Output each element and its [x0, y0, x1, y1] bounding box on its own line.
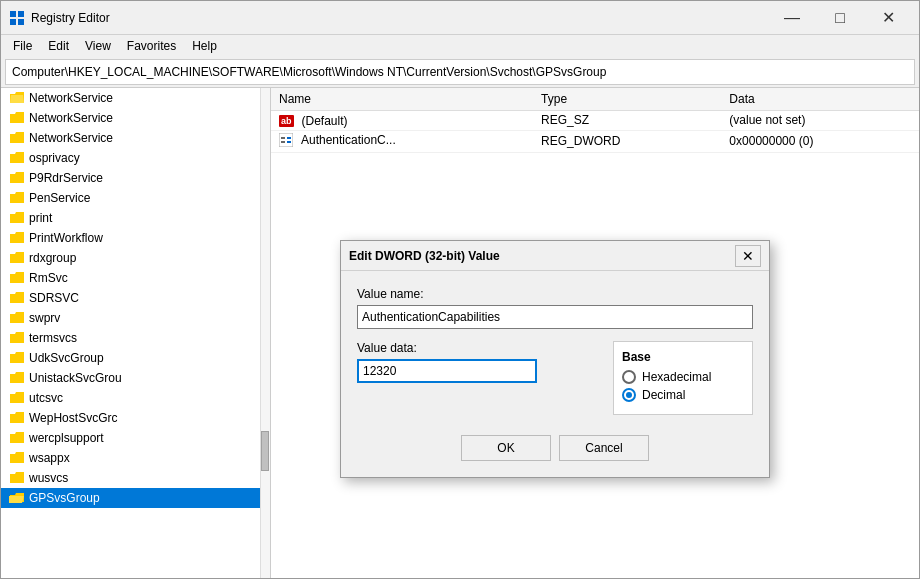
maximize-button[interactable]: □ — [817, 3, 863, 33]
tree-item-rmsvc[interactable]: RmSvc — [1, 268, 270, 288]
tree-item-wercplsupport[interactable]: wercplsupport — [1, 428, 270, 448]
folder-icon — [9, 270, 25, 286]
tree-item-sdrsvc[interactable]: SDRSVC — [1, 288, 270, 308]
tree-scrollbar[interactable] — [260, 88, 270, 578]
tree-item-wusvcs[interactable]: wusvcs — [1, 468, 270, 488]
tree-item-wephostsvcgrc[interactable]: WepHostSvcGrc — [1, 408, 270, 428]
table-row[interactable]: AuthenticationC... REG_DWORD 0x00000000 … — [271, 130, 919, 152]
tree-scroll[interactable]: NetworkService NetworkService NetworkSer… — [1, 88, 270, 578]
tree-item-termsvcs[interactable]: termsvcs — [1, 328, 270, 348]
col-header-type: Type — [533, 88, 721, 110]
svg-rect-8 — [287, 141, 291, 143]
row-data: (value not set) — [721, 110, 919, 130]
folder-icon — [9, 90, 25, 106]
menu-file[interactable]: File — [5, 37, 40, 55]
tree-item-label: PenService — [29, 191, 90, 205]
tree-item-networkservice-2[interactable]: NetworkService — [1, 108, 270, 128]
tree-panel: NetworkService NetworkService NetworkSer… — [1, 88, 271, 578]
tree-item-networkservice-1[interactable]: NetworkService — [1, 88, 270, 108]
folder-icon — [9, 250, 25, 266]
value-name-label: Value name: — [357, 287, 753, 301]
base-label: Base — [622, 350, 744, 364]
value-name: (Default) — [302, 114, 348, 128]
tree-item-label: swprv — [29, 311, 60, 325]
decimal-label: Decimal — [642, 388, 685, 402]
ab-icon: ab — [279, 115, 294, 127]
tree-item-label: print — [29, 211, 52, 225]
value-data-col: Value data: — [357, 341, 597, 383]
dialog-close-button[interactable]: ✕ — [735, 245, 761, 267]
tree-item-wsappx[interactable]: wsappx — [1, 448, 270, 468]
tree-item-penservice[interactable]: PenService — [1, 188, 270, 208]
table-row[interactable]: ab (Default) REG_SZ (value not set) — [271, 110, 919, 130]
tree-item-label: NetworkService — [29, 111, 113, 125]
tree-item-label: P9RdrService — [29, 171, 103, 185]
dialog-data-row: Value data: Base Hexadecimal Decimal — [357, 341, 753, 415]
svg-rect-2 — [10, 19, 16, 25]
folder-icon — [9, 310, 25, 326]
tree-item-label: utcsvc — [29, 391, 63, 405]
tree-item-networkservice-3[interactable]: NetworkService — [1, 128, 270, 148]
hexadecimal-label: Hexadecimal — [642, 370, 711, 384]
tree-item-rdxgroup[interactable]: rdxgroup — [1, 248, 270, 268]
tree-item-unistacksvcgrou[interactable]: UnistackSvcGrou — [1, 368, 270, 388]
minimize-button[interactable]: — — [769, 3, 815, 33]
dialog-buttons: OK Cancel — [357, 431, 753, 461]
tree-item-p9rdrservice[interactable]: P9RdrService — [1, 168, 270, 188]
menu-edit[interactable]: Edit — [40, 37, 77, 55]
dialog-title: Edit DWORD (32-bit) Value — [349, 249, 735, 263]
folder-icon — [9, 430, 25, 446]
tree-item-label: UnistackSvcGrou — [29, 371, 122, 385]
edit-dword-dialog: Edit DWORD (32-bit) Value ✕ Value name: … — [340, 240, 770, 478]
menu-help[interactable]: Help — [184, 37, 225, 55]
tree-item-label: NetworkService — [29, 91, 113, 105]
values-table: Name Type Data ab (Default) REG_SZ — [271, 88, 919, 153]
tree-item-label: osprivacy — [29, 151, 80, 165]
row-data: 0x00000000 (0) — [721, 130, 919, 152]
row-type: REG_DWORD — [533, 130, 721, 152]
tree-item-label: NetworkService — [29, 131, 113, 145]
radio-hexadecimal[interactable]: Hexadecimal — [622, 370, 744, 384]
tree-item-utcsvc[interactable]: utcsvc — [1, 388, 270, 408]
folder-icon — [9, 190, 25, 206]
tree-item-osprivacy[interactable]: osprivacy — [1, 148, 270, 168]
tree-item-swprv[interactable]: swprv — [1, 308, 270, 328]
svg-rect-3 — [18, 19, 24, 25]
svg-rect-5 — [281, 137, 285, 139]
tree-item-printworkflow[interactable]: PrintWorkflow — [1, 228, 270, 248]
value-data-input[interactable] — [357, 359, 537, 383]
menu-view[interactable]: View — [77, 37, 119, 55]
tree-item-gpsvsgroup[interactable]: GPSvsGroup — [1, 488, 270, 508]
tree-item-label: wsappx — [29, 451, 70, 465]
tree-item-udksvcgroup[interactable]: UdkSvcGroup — [1, 348, 270, 368]
tree-item-label: wusvcs — [29, 471, 68, 485]
cancel-button[interactable]: Cancel — [559, 435, 649, 461]
value-name-input[interactable] — [357, 305, 753, 329]
ok-button[interactable]: OK — [461, 435, 551, 461]
close-button[interactable]: ✕ — [865, 3, 911, 33]
tree-item-label: GPSvsGroup — [29, 491, 100, 505]
tree-scrollbar-thumb[interactable] — [261, 431, 269, 471]
folder-icon — [9, 370, 25, 386]
svg-rect-7 — [287, 137, 291, 139]
tree-item-print[interactable]: print — [1, 208, 270, 228]
radio-decimal[interactable]: Decimal — [622, 388, 744, 402]
col-header-data: Data — [721, 88, 919, 110]
folder-icon — [9, 390, 25, 406]
folder-icon — [9, 110, 25, 126]
value-data-label: Value data: — [357, 341, 597, 355]
title-bar: Registry Editor — □ ✕ — [1, 1, 919, 35]
base-col: Base Hexadecimal Decimal — [613, 341, 753, 415]
menu-favorites[interactable]: Favorites — [119, 37, 184, 55]
hexadecimal-radio[interactable] — [622, 370, 636, 384]
folder-icon — [9, 410, 25, 426]
tree-item-label: RmSvc — [29, 271, 68, 285]
row-name: ab (Default) — [271, 110, 533, 130]
dword-icon — [279, 133, 293, 147]
folder-icon — [9, 350, 25, 366]
col-header-name: Name — [271, 88, 533, 110]
address-bar[interactable]: Computer\HKEY_LOCAL_MACHINE\SOFTWARE\Mic… — [5, 59, 915, 85]
folder-icon — [9, 230, 25, 246]
folder-open-icon — [9, 490, 25, 506]
decimal-radio[interactable] — [622, 388, 636, 402]
